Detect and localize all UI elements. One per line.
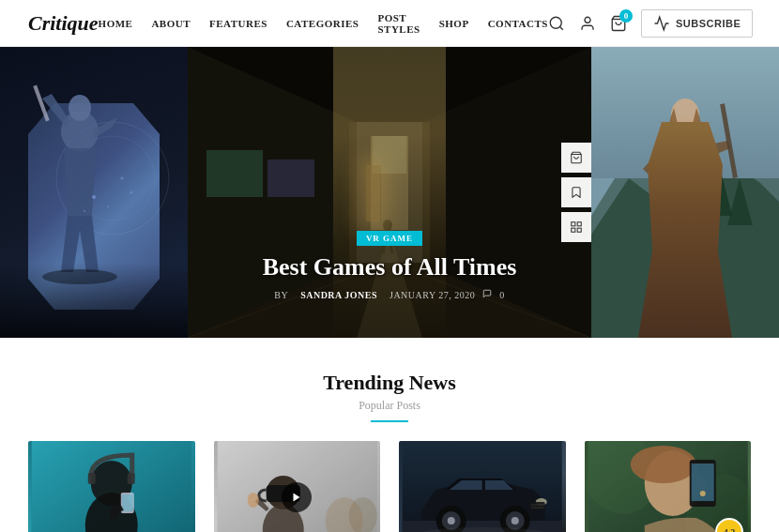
svg-rect-42 bbox=[577, 228, 581, 232]
svg-point-95 bbox=[699, 491, 705, 496]
svg-point-50 bbox=[664, 118, 706, 163]
main-nav: HOME ABOUT FEATURES CATEGORIES POST STYL… bbox=[99, 12, 548, 35]
post-card-4[interactable]: 4.2 MULTIPLAYER Top 10 Mobile Games Toda… bbox=[585, 441, 752, 532]
hero-center[interactable]: VR GAME Best Games of All Times BY SANDR… bbox=[188, 47, 591, 338]
nav-features[interactable]: FEATURES bbox=[209, 18, 267, 29]
post-thumbnail-3[interactable] bbox=[399, 441, 566, 532]
cart-count: 0 bbox=[619, 9, 633, 23]
hero-slide-right[interactable] bbox=[591, 47, 779, 338]
svg-point-78 bbox=[448, 517, 455, 524]
svg-line-1 bbox=[559, 26, 562, 29]
posts-grid: MULTIPLAYER Gadgets You Must Try in 2022… bbox=[28, 441, 751, 532]
hero-badge: VR GAME bbox=[357, 231, 422, 246]
nav-about[interactable]: ABOUT bbox=[151, 18, 191, 29]
svg-rect-40 bbox=[572, 222, 575, 226]
sidebar-grid-btn[interactable] bbox=[561, 212, 591, 242]
post-thumbnail-1[interactable] bbox=[28, 441, 195, 532]
svg-rect-33 bbox=[267, 160, 314, 197]
svg-point-9 bbox=[92, 195, 96, 199]
subscribe-button[interactable]: SUBSCRIBE bbox=[641, 9, 753, 38]
svg-marker-73 bbox=[294, 494, 300, 502]
post-card-1[interactable]: MULTIPLAYER Gadgets You Must Try in 2022… bbox=[28, 441, 195, 532]
post-card-2[interactable]: MULTIPLAYER Trending VR Games in the USA… bbox=[214, 441, 381, 532]
nav-home[interactable]: HOME bbox=[99, 18, 133, 29]
post-thumbnail-2[interactable] bbox=[214, 441, 381, 532]
svg-rect-32 bbox=[206, 150, 263, 197]
trending-subtitle: Popular Posts bbox=[28, 399, 751, 413]
svg-rect-22 bbox=[373, 136, 406, 174]
sidebar-cart-icon bbox=[570, 151, 583, 164]
header-actions: 0 SUBSCRIBE bbox=[548, 9, 753, 38]
svg-point-7 bbox=[69, 95, 91, 121]
svg-rect-60 bbox=[128, 473, 135, 484]
svg-point-55 bbox=[643, 325, 727, 336]
svg-rect-21 bbox=[371, 136, 408, 230]
header: Critique HOME ABOUT FEATURES CATEGORIES … bbox=[0, 0, 779, 47]
hero-sidebar-icons bbox=[561, 143, 591, 242]
svg-point-12 bbox=[130, 191, 133, 194]
sidebar-bookmark-icon bbox=[570, 186, 583, 199]
nav-contacts[interactable]: CONTACTS bbox=[488, 18, 548, 29]
post-1-art bbox=[28, 441, 195, 532]
right-scene-art bbox=[591, 47, 779, 338]
svg-point-91 bbox=[630, 446, 695, 483]
svg-rect-53 bbox=[668, 272, 681, 328]
svg-rect-54 bbox=[689, 272, 702, 328]
svg-rect-83 bbox=[530, 502, 545, 509]
svg-rect-59 bbox=[88, 473, 96, 484]
svg-point-72 bbox=[247, 493, 258, 508]
hero-slide-left[interactable] bbox=[0, 47, 188, 338]
svg-point-81 bbox=[512, 517, 519, 524]
post-thumbnail-4[interactable]: 4.2 bbox=[585, 441, 752, 532]
nav-shop[interactable]: SHOP bbox=[439, 18, 469, 29]
post-play-button[interactable] bbox=[282, 482, 312, 512]
sidebar-bookmark-btn[interactable] bbox=[561, 177, 591, 207]
sidebar-cart-btn[interactable] bbox=[561, 143, 591, 173]
svg-point-14 bbox=[42, 269, 117, 284]
hero-meta: BY SANDRA JONES JANUARY 27, 2020 0 bbox=[188, 289, 591, 300]
svg-rect-63 bbox=[122, 494, 133, 511]
play-icon bbox=[291, 492, 302, 503]
svg-rect-43 bbox=[572, 228, 575, 232]
trending-header: Trending News Popular Posts bbox=[28, 371, 751, 422]
hero-left-scene bbox=[0, 47, 188, 338]
hero-author: SANDRA JONES bbox=[300, 290, 377, 300]
trending-section: Trending News Popular Posts bbox=[0, 338, 779, 532]
hero-right-scene bbox=[591, 47, 779, 338]
trending-title: Trending News bbox=[28, 371, 751, 395]
left-scene-art bbox=[0, 47, 188, 338]
hero-slider: VR GAME Best Games of All Times BY SANDR… bbox=[0, 47, 779, 338]
sidebar-grid-icon bbox=[570, 220, 583, 234]
nav-post-styles[interactable]: POST STYLES bbox=[377, 12, 420, 35]
comment-icon bbox=[482, 289, 492, 298]
cart-container[interactable]: 0 bbox=[610, 15, 627, 32]
svg-rect-41 bbox=[577, 222, 581, 226]
user-icon[interactable] bbox=[579, 15, 596, 32]
svg-point-2 bbox=[585, 17, 590, 23]
hero-date: JANUARY 27, 2020 bbox=[390, 290, 475, 300]
hero-title: Best Games of All Times bbox=[188, 253, 591, 281]
search-icon[interactable] bbox=[548, 15, 565, 32]
svg-point-0 bbox=[550, 17, 561, 28]
svg-point-11 bbox=[107, 205, 109, 207]
hero-comments: 0 bbox=[499, 290, 505, 300]
post-3-art bbox=[399, 441, 566, 532]
nav-categories[interactable]: CATEGORIES bbox=[286, 18, 359, 29]
post-card-3[interactable]: MULTIPLAYER Ride or Die: Top Vehicles 20… bbox=[399, 441, 566, 532]
hero-center-content: VR GAME Best Games of All Times BY SANDR… bbox=[188, 228, 591, 300]
svg-point-10 bbox=[121, 177, 124, 180]
svg-point-13 bbox=[84, 210, 85, 212]
trending-divider bbox=[371, 420, 408, 422]
site-logo[interactable]: Critique bbox=[28, 11, 99, 36]
